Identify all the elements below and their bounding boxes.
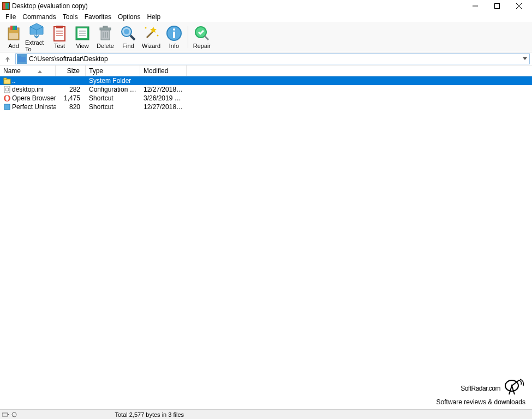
header-name[interactable]: Name xyxy=(0,65,56,76)
svg-rect-14 xyxy=(56,26,63,28)
svg-point-33 xyxy=(145,27,147,29)
svg-point-47 xyxy=(5,95,9,101)
find-label: Find xyxy=(122,43,134,49)
svg-rect-24 xyxy=(100,28,111,30)
svg-rect-5 xyxy=(495,4,500,9)
repair-button[interactable]: Repair xyxy=(190,23,213,51)
list-item[interactable]: .. System Folder xyxy=(0,76,532,85)
svg-rect-51 xyxy=(8,414,9,415)
header-modified[interactable]: Modified xyxy=(140,65,187,76)
watermark-sub: Software reviews & downloads xyxy=(437,398,525,406)
app-icon xyxy=(3,103,11,111)
toolbar-separator xyxy=(188,26,188,48)
minimize-button[interactable] xyxy=(464,0,486,12)
svg-rect-9 xyxy=(10,26,13,30)
svg-point-36 xyxy=(173,28,175,31)
svg-rect-48 xyxy=(4,104,10,110)
test-button[interactable]: Test xyxy=(48,23,71,51)
file-list[interactable]: .. System Folder desktop.ini 282 Configu… xyxy=(0,76,532,111)
svg-rect-13 xyxy=(54,27,65,41)
extract-button[interactable]: Extract To xyxy=(25,23,48,51)
header-type[interactable]: Type xyxy=(86,65,140,76)
info-icon xyxy=(165,25,183,42)
find-button[interactable]: Find xyxy=(117,23,140,51)
svg-point-34 xyxy=(157,35,159,37)
list-item[interactable]: Opera Browser.lnk 1,475 Shortcut 3/26/20… xyxy=(0,94,532,103)
address-field-wrap xyxy=(15,53,530,64)
status-total: Total 2,577 bytes in 3 files xyxy=(22,411,277,418)
svg-rect-3 xyxy=(8,3,9,9)
up-button[interactable] xyxy=(2,53,13,64)
svg-rect-40 xyxy=(18,57,26,62)
extract-icon xyxy=(28,21,45,39)
svg-rect-50 xyxy=(2,413,8,416)
list-item[interactable]: Perfect Uninstall... 820 Shortcut 12/27/… xyxy=(0,103,532,111)
svg-rect-43 xyxy=(4,78,7,80)
menu-file[interactable]: File xyxy=(2,13,19,21)
svg-point-52 xyxy=(12,412,16,417)
svg-rect-2 xyxy=(5,3,8,9)
status-icons xyxy=(0,412,22,417)
address-dropdown[interactable] xyxy=(521,57,529,61)
list-item[interactable]: desktop.ini 282 Configuration setti... 1… xyxy=(0,85,532,94)
svg-rect-41 xyxy=(18,56,21,57)
repair-icon xyxy=(193,25,211,42)
view-button[interactable]: View xyxy=(71,23,94,51)
close-button[interactable] xyxy=(508,0,530,12)
svg-rect-1 xyxy=(3,3,5,9)
column-headers: Name Size Type Modified xyxy=(0,65,532,76)
menubar: File Commands Tools Favorites Options He… xyxy=(0,12,532,22)
toolbar: Add Extract To Test View Delete Find Wiz… xyxy=(0,22,532,52)
titlebar: Desktop (evaluation copy) xyxy=(0,0,532,12)
radar-icon xyxy=(504,378,525,398)
address-bar xyxy=(0,52,532,65)
app-icon xyxy=(2,2,10,10)
info-label: Info xyxy=(169,43,179,49)
svg-rect-11 xyxy=(15,26,17,30)
sort-arrow-icon xyxy=(38,68,42,75)
svg-point-30 xyxy=(124,29,129,34)
find-icon xyxy=(119,25,137,42)
svg-rect-10 xyxy=(13,26,15,30)
test-label: Test xyxy=(54,43,65,49)
view-label: View xyxy=(76,43,89,49)
menu-favorites[interactable]: Favorites xyxy=(81,13,115,21)
menu-tools[interactable]: Tools xyxy=(59,13,81,21)
add-button[interactable]: Add xyxy=(2,23,25,51)
delete-button[interactable]: Delete xyxy=(94,23,117,51)
folder-up-icon xyxy=(3,77,11,85)
window-title: Desktop (evaluation copy) xyxy=(12,2,464,10)
maximize-button[interactable] xyxy=(486,0,508,12)
ini-icon xyxy=(3,86,11,93)
header-size[interactable]: Size xyxy=(56,65,86,76)
folder-icon xyxy=(17,54,27,64)
svg-rect-25 xyxy=(103,26,107,28)
wizard-icon xyxy=(142,25,160,42)
opera-icon xyxy=(3,94,11,102)
info-button[interactable]: Info xyxy=(163,23,186,51)
extract-label: Extract To xyxy=(25,39,48,52)
repair-label: Repair xyxy=(193,43,211,49)
add-icon xyxy=(5,25,22,42)
delete-label: Delete xyxy=(97,43,114,49)
menu-options[interactable]: Options xyxy=(115,13,144,21)
view-icon xyxy=(74,25,91,42)
menu-help[interactable]: Help xyxy=(144,13,164,21)
address-input[interactable] xyxy=(28,55,521,63)
wizard-label: Wizard xyxy=(142,43,160,49)
test-icon xyxy=(51,25,68,42)
svg-line-39 xyxy=(205,36,208,40)
svg-line-31 xyxy=(130,35,135,40)
status-bar: Total 2,577 bytes in 3 files xyxy=(0,409,532,419)
menu-commands[interactable]: Commands xyxy=(19,13,59,21)
svg-rect-12 xyxy=(9,33,18,39)
svg-rect-37 xyxy=(173,32,175,38)
delete-icon xyxy=(97,25,114,42)
add-label: Add xyxy=(8,43,19,49)
watermark-text: SoftRadar.com xyxy=(461,385,500,392)
watermark: SoftRadar.com Software reviews & downloa… xyxy=(437,378,525,406)
wizard-button[interactable]: Wizard xyxy=(140,23,163,51)
